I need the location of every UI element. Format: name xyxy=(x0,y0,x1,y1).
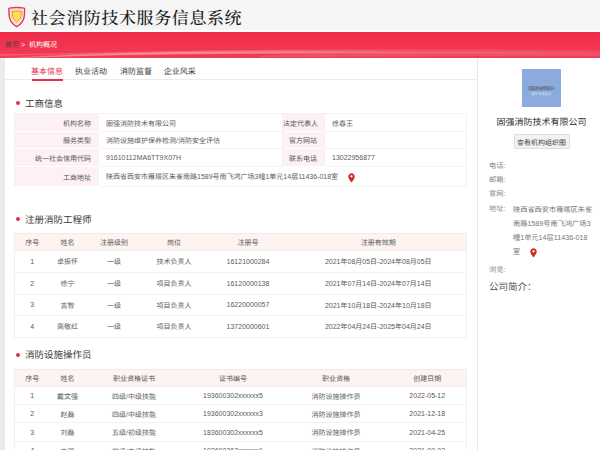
svg-text:固强消防技术有限公司: 固强消防技术有限公司 xyxy=(528,86,555,91)
svg-text:图片无法显示: 图片无法显示 xyxy=(532,92,553,96)
